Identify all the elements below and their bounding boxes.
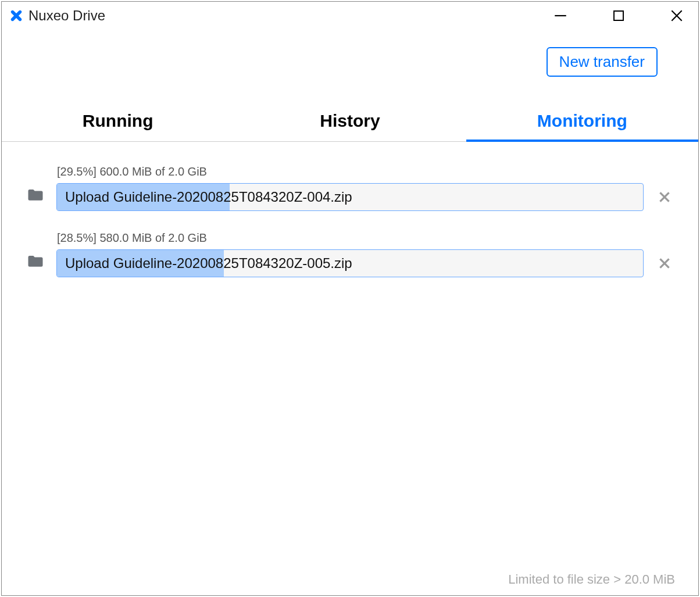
app-window: Nuxeo Drive New transfer [1,1,699,596]
folder-icon [25,187,46,208]
new-transfer-button[interactable]: New transfer [547,47,658,77]
transfer-status: [28.5%] 580.0 MiB of 2.0 GiB [57,231,675,245]
transfer-item: [28.5%] 580.0 MiB of 2.0 GiB Upload Guid… [25,231,675,277]
transfer-status: [29.5%] 600.0 MiB of 2.0 GiB [57,165,675,178]
transfer-filename: Upload Guideline-20200825T084320Z-004.zi… [57,184,643,210]
tab-history[interactable]: History [234,103,466,141]
folder-icon [25,253,46,274]
content-area: [29.5%] 600.0 MiB of 2.0 GiB Upload Guid… [2,142,698,595]
titlebar: Nuxeo Drive [2,2,698,30]
toolbar: New transfer [2,30,698,77]
titlebar-left: Nuxeo Drive [9,8,105,24]
transfer-row: Upload Guideline-20200825T084320Z-004.zi… [25,183,675,211]
cancel-transfer-button[interactable] [654,253,675,274]
transfer-filename: Upload Guideline-20200825T084320Z-005.zi… [57,250,643,277]
progress-bar: Upload Guideline-20200825T084320Z-005.zi… [56,249,644,277]
minimize-button[interactable] [552,7,569,24]
progress-bar: Upload Guideline-20200825T084320Z-004.zi… [56,183,644,211]
tabs: Running History Monitoring [2,103,698,142]
footer-note: Limited to file size > 20.0 MiB [508,572,675,587]
close-button[interactable] [668,7,685,24]
tab-monitoring[interactable]: Monitoring [466,103,698,141]
transfer-item: [29.5%] 600.0 MiB of 2.0 GiB Upload Guid… [25,165,675,211]
window-controls [552,7,691,24]
transfer-row: Upload Guideline-20200825T084320Z-005.zi… [25,249,675,277]
tab-running[interactable]: Running [2,103,234,141]
app-logo-icon [9,8,24,23]
app-title: Nuxeo Drive [28,8,105,24]
maximize-button[interactable] [610,7,627,24]
cancel-transfer-button[interactable] [654,187,675,208]
svg-rect-1 [614,11,623,20]
